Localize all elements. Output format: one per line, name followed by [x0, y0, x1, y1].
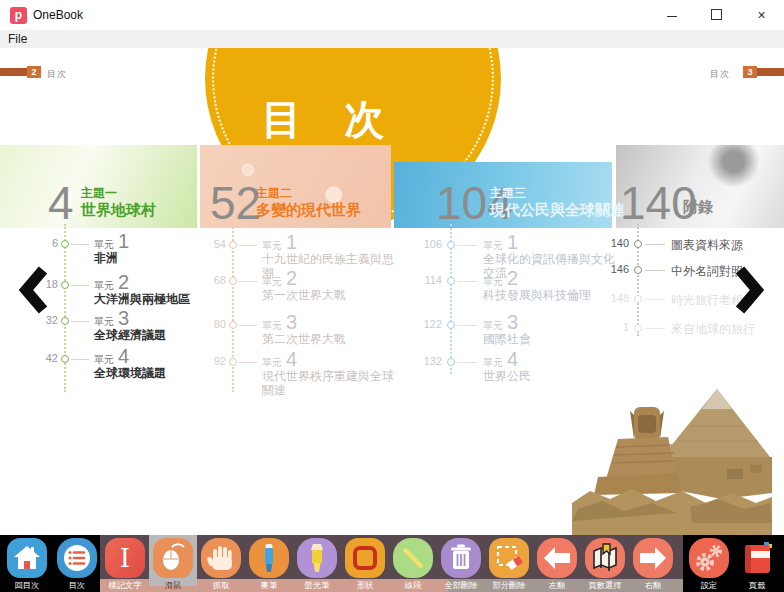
trash-icon — [441, 538, 481, 578]
item-connector — [645, 328, 665, 329]
item-connector — [71, 244, 89, 245]
sphinx-pyramid-image — [572, 381, 772, 535]
item-title: 全球經濟議題 — [94, 328, 228, 342]
left-page-bar — [0, 68, 27, 76]
item-page: 42 — [30, 352, 58, 364]
unit-number: 3 — [507, 311, 518, 333]
item-dot — [61, 240, 69, 248]
tool-label: 右翻 — [631, 580, 675, 592]
menu-file[interactable]: File — [8, 32, 27, 46]
item-connector — [457, 245, 477, 246]
tool-line[interactable]: 線段 — [389, 538, 437, 592]
item-page: 132 — [414, 355, 442, 367]
item-connector — [239, 245, 257, 246]
item-title: 來自地球的旅行 — [671, 322, 784, 336]
appendix-header[interactable]: 附錄 — [683, 198, 713, 215]
next-page-arrow[interactable] — [733, 264, 765, 320]
bottom-toolbar: 回目次 目次 I 標記文字 滑鼠 抓取 — [0, 535, 784, 592]
theme1-label: 主題一 — [81, 187, 156, 201]
tool-delete-partial[interactable]: 部分刪除 — [485, 538, 533, 592]
minimize-button[interactable] — [649, 0, 694, 30]
item-title: 第一次世界大戰 — [262, 288, 396, 302]
theme1-guide-line — [64, 224, 66, 392]
theme1-name: 世界地球村 — [81, 201, 156, 218]
close-button[interactable]: × — [739, 0, 784, 30]
right-page-label: 目次 — [710, 68, 730, 81]
chevron-right-icon — [733, 264, 765, 316]
page-select-icon — [585, 538, 625, 578]
tool-label: 滑鼠 — [151, 580, 195, 592]
item-dot — [61, 355, 69, 363]
item-dot — [447, 321, 455, 329]
item-dot — [634, 295, 642, 303]
tool-label: 形狀 — [343, 580, 387, 592]
unit-number: 2 — [507, 267, 518, 289]
item-dot — [229, 241, 237, 249]
item-connector — [239, 325, 257, 326]
line-icon — [393, 538, 433, 578]
pen-icon — [249, 538, 289, 578]
tool-label: 抓取 — [199, 580, 243, 592]
prev-page-arrow[interactable] — [18, 264, 50, 320]
book-page: 2 目次 目次 3 目 次 Contents 4 主題一 世界地球村 52 主題… — [0, 48, 784, 535]
item-connector — [71, 285, 89, 286]
unit-word: 單元 — [94, 280, 114, 291]
theme2-name: 多變的現代世界 — [256, 201, 361, 218]
tool-label: 線段 — [391, 580, 435, 592]
unit-word: 單元 — [483, 320, 503, 331]
item-dot — [634, 324, 642, 332]
tool-grab[interactable]: 抓取 — [197, 538, 245, 592]
theme2-page[interactable]: 52 — [210, 180, 261, 226]
item-dot — [447, 277, 455, 285]
tool-shape[interactable]: 形狀 — [341, 538, 389, 592]
unit-word: 單元 — [483, 357, 503, 368]
item-dot — [634, 266, 642, 274]
item-dot — [447, 241, 455, 249]
item-title: 大洋洲與兩極地區 — [94, 292, 228, 306]
mouse-icon — [153, 538, 193, 578]
theme1-page[interactable]: 4 — [48, 180, 74, 226]
item-title: 科技發展與科技倫理 — [483, 288, 617, 302]
window-title: OneBook — [33, 8, 83, 22]
tool-settings[interactable]: 設定 — [685, 538, 733, 592]
home-icon — [7, 538, 47, 578]
unit-number: 1 — [286, 231, 297, 253]
tool-page-tabs[interactable]: 頁籤 — [733, 538, 781, 592]
bookmark-icon — [737, 538, 777, 578]
theme2-guide-line — [232, 224, 234, 392]
tool-toc[interactable]: 目次 — [53, 538, 101, 592]
unit-word: 單元 — [94, 316, 114, 327]
tool-pen[interactable]: 畫筆 — [245, 538, 293, 592]
item-page: 1 — [601, 321, 629, 333]
tool-label: 目次 — [55, 580, 99, 592]
item-page: 146 — [601, 263, 629, 275]
item-page: 6 — [30, 237, 58, 249]
tool-label: 畫筆 — [247, 580, 291, 592]
tool-flip-left[interactable]: 左翻 — [533, 538, 581, 592]
close-icon: × — [757, 7, 765, 23]
tool-page-select[interactable]: 頁數選擇 — [581, 538, 629, 592]
menu-bar: File — [0, 30, 784, 49]
theme3-label: 主題三 — [490, 187, 625, 201]
arrow-left-icon — [537, 538, 577, 578]
tool-label: 回目次 — [5, 580, 49, 592]
tool-label: 部分刪除 — [487, 580, 531, 592]
tool-highlighter[interactable]: 螢光筆 — [293, 538, 341, 592]
tool-flip-right[interactable]: 右翻 — [629, 538, 677, 592]
unit-word: 單元 — [262, 357, 282, 368]
app-logo-icon: p — [10, 7, 27, 24]
tool-mark-text[interactable]: I 標記文字 — [101, 538, 149, 592]
item-page: 68 — [198, 274, 226, 286]
tool-mouse[interactable]: 滑鼠 — [149, 538, 197, 592]
item-title: 現代世界秩序重建與全球關連 — [262, 369, 396, 397]
tool-back-to-toc[interactable]: 回目次 — [3, 538, 51, 592]
tool-delete-all[interactable]: 全部刪除 — [437, 538, 485, 592]
theme3-header[interactable]: 主題三 現代公民與全球關連 — [490, 187, 625, 218]
maximize-button[interactable] — [694, 0, 739, 30]
highlighter-icon — [297, 538, 337, 578]
item-dot — [61, 317, 69, 325]
item-connector — [457, 362, 477, 363]
item-dot — [61, 281, 69, 289]
theme1-header[interactable]: 主題一 世界地球村 — [81, 187, 156, 218]
theme2-header[interactable]: 主題二 多變的現代世界 — [256, 187, 361, 218]
